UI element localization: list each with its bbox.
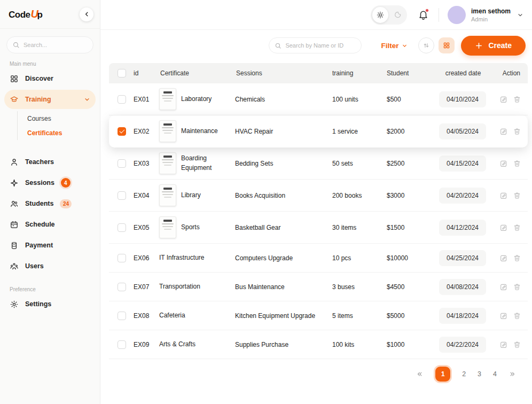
table-body: EX01 Laboratory Chemicals 100 units $500… [109, 83, 528, 359]
row-sessions: Books Acquisition [235, 192, 329, 199]
created-date-pill: 04/12/2024 [439, 220, 486, 236]
row-id: EX08 [128, 312, 159, 320]
page-button-1[interactable]: 1 [435, 367, 450, 382]
sidebar-item-students[interactable]: Students 24 [4, 194, 96, 213]
certificate-name: Maintenance [181, 127, 218, 136]
edit-icon[interactable] [499, 127, 508, 136]
create-button[interactable]: Create [461, 36, 526, 56]
sidebar-item-schedule[interactable]: Schedule [4, 215, 96, 234]
app-window: CodeUp Main menu Discover [0, 0, 532, 404]
table-row[interactable]: EX07 Transportation Bus Maintenance 3 bu… [109, 273, 528, 301]
row-checkbox[interactable] [118, 223, 126, 232]
sidebar-item-courses[interactable]: Courses [27, 111, 96, 126]
select-all-checkbox[interactable] [118, 69, 126, 77]
row-checkbox[interactable] [118, 312, 126, 320]
certificate-thumbnail [159, 216, 176, 238]
chevron-down-icon [84, 96, 90, 103]
edit-icon[interactable] [499, 159, 508, 168]
logo-text-p: p [37, 10, 42, 20]
row-checkbox[interactable] [118, 283, 126, 291]
section-preference-label: Preference [10, 286, 100, 292]
sessions-count-badge: 4 [61, 178, 71, 188]
sidebar-item-teachers[interactable]: Teachers [4, 152, 96, 172]
gear-icon [10, 300, 19, 309]
next-page-button[interactable] [508, 370, 516, 378]
sidebar-item-sessions[interactable]: Sessions 4 [4, 173, 96, 192]
certificate-name: Boarding Equipment [181, 154, 231, 173]
table-row[interactable]: EX08 Cafeteria Kitchen Equipment Upgrade… [109, 301, 528, 330]
sidebar-item-label: Students [25, 200, 53, 207]
sort-view-button[interactable] [418, 37, 434, 53]
row-student: $3000 [380, 192, 429, 199]
sidebar-item-training[interactable]: Training [4, 90, 96, 109]
main-menu: Discover Training Courses Certificates [0, 69, 100, 276]
certificate-thumbnail [159, 120, 176, 142]
delete-icon[interactable] [513, 223, 521, 232]
row-id: EX09 [128, 341, 159, 348]
edit-icon[interactable] [499, 95, 508, 104]
table-row[interactable]: EX04 Library Books Acquisition 200 books… [109, 180, 528, 212]
created-date-pill: 04/22/2024 [439, 337, 486, 353]
edit-icon[interactable] [499, 254, 508, 262]
table-row[interactable]: EX02 Maintenance HVAC Repair 1 service $… [109, 115, 528, 147]
page-button-2[interactable]: 2 [462, 370, 466, 378]
delete-icon[interactable] [513, 127, 521, 136]
sidebar-search[interactable] [6, 36, 93, 53]
delete-icon[interactable] [513, 254, 521, 262]
submenu-item-label: Certificates [27, 129, 62, 137]
sidebar-item-settings[interactable]: Settings [4, 294, 96, 314]
sidebar-item-label: Discover [25, 75, 53, 82]
main-area: imen sethom Admin Filter [100, 0, 532, 404]
row-id: EX02 [128, 128, 159, 135]
table-row[interactable]: EX05 Sports Basketball Gear 30 items $15… [109, 212, 528, 244]
edit-icon[interactable] [499, 191, 508, 200]
filter-button[interactable]: Filter [381, 42, 408, 50]
row-sessions: Computers Upgrade [235, 254, 329, 262]
certificates-table: id Certificate Sessions training Student… [109, 63, 528, 359]
delete-icon[interactable] [513, 312, 521, 320]
sidebar-search-input[interactable] [24, 42, 88, 48]
row-checkbox[interactable] [118, 159, 126, 168]
previous-page-button[interactable] [416, 370, 424, 378]
delete-icon[interactable] [513, 283, 521, 291]
sidebar-item-discover[interactable]: Discover [4, 69, 96, 88]
edit-icon[interactable] [499, 340, 508, 349]
table-row[interactable]: EX09 Arts & Crafts Supplies Purchase 100… [109, 330, 528, 359]
row-checkbox[interactable] [118, 191, 126, 200]
table-row[interactable]: EX01 Laboratory Chemicals 100 units $500… [109, 83, 528, 115]
grid-view-button[interactable] [439, 37, 455, 53]
edit-icon[interactable] [499, 312, 508, 320]
page-button-4[interactable]: 4 [493, 370, 497, 378]
delete-icon[interactable] [513, 95, 521, 104]
notifications-button[interactable] [418, 9, 429, 20]
sidebar-item-label: Payment [25, 242, 53, 249]
sidebar-collapse-button[interactable] [80, 7, 93, 21]
page-button-3[interactable]: 3 [478, 370, 481, 378]
row-checkbox[interactable] [118, 127, 126, 136]
edit-icon[interactable] [499, 223, 508, 232]
dark-mode-button[interactable] [389, 7, 405, 23]
sidebar-item-users[interactable]: Users [4, 257, 96, 276]
created-date-pill: 04/10/2024 [439, 91, 486, 107]
sidebar-item-payment[interactable]: Payment [4, 236, 96, 255]
table-row[interactable]: EX03 Boarding Equipment Bedding Sets 50 … [109, 147, 528, 180]
search-icon [275, 42, 281, 49]
table-row[interactable]: EX06 IT Infrastructure Computers Upgrade… [109, 244, 528, 273]
edit-icon[interactable] [499, 283, 508, 291]
delete-icon[interactable] [513, 159, 521, 168]
delete-icon[interactable] [513, 191, 521, 200]
plus-icon [475, 42, 483, 50]
sparkle-icon [10, 178, 19, 188]
logo-text-dark: Code [9, 10, 30, 20]
delete-icon[interactable] [513, 340, 521, 349]
row-checkbox[interactable] [118, 254, 126, 262]
user-role: Admin [471, 16, 511, 22]
table-search-input[interactable] [285, 42, 356, 49]
table-search[interactable] [269, 37, 362, 53]
sidebar-item-certificates[interactable]: Certificates [27, 126, 96, 140]
user-profile[interactable]: imen sethom Admin [448, 6, 523, 24]
row-checkbox[interactable] [118, 340, 126, 349]
light-mode-button[interactable] [372, 7, 388, 23]
table-toolbar: Filter Create [100, 30, 532, 61]
row-checkbox[interactable] [118, 95, 126, 104]
